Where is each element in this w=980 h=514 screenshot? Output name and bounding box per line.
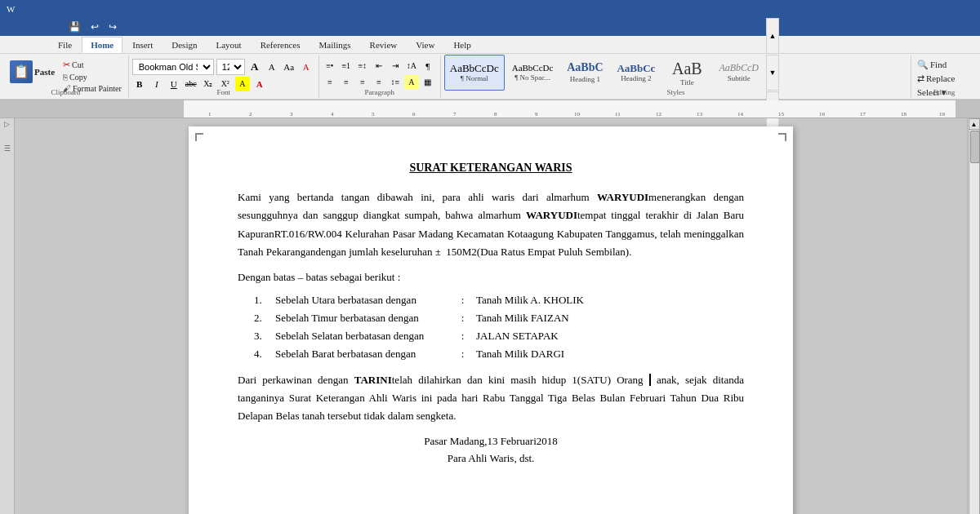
ruler-tick: 17: [860, 112, 866, 117]
sort-button[interactable]: ↕A: [404, 59, 419, 73]
para-row1: ≡• ≡1 ≡↕ ⇤ ⇥ ↕A ¶: [323, 59, 435, 73]
ruler-tick: 12: [656, 112, 662, 117]
document-area[interactable]: SURAT KETERANGAN WARIS Kami yang bertand…: [15, 118, 967, 514]
style-nospace-label: ¶ No Spac...: [514, 73, 550, 82]
paste-button[interactable]: 📋 Paste: [7, 59, 58, 85]
tab-file[interactable]: File: [49, 37, 81, 53]
batas-val-3: JALAN SETAPAK: [476, 327, 559, 345]
style-h2-text: AaBbCc: [617, 62, 655, 75]
batas-desc-2: Sebelah Timur berbatasan dengan: [275, 309, 447, 327]
show-marks-button[interactable]: ¶: [421, 59, 435, 73]
style-subtitle-text: AaBbCcD: [719, 62, 759, 73]
app-title: W: [7, 4, 15, 14]
tab-insert[interactable]: Insert: [123, 37, 162, 53]
style-subtitle-button[interactable]: AaBbCcD Subtitle: [713, 55, 764, 91]
style-h1-button[interactable]: AaBbC Heading 1: [560, 55, 609, 91]
left-sidebar: ▷ ☰: [0, 118, 15, 514]
sidebar-icon-1: ▷: [4, 120, 10, 128]
font-group-label: Font: [129, 88, 318, 96]
scrollbar-up-button[interactable]: ▲: [969, 118, 980, 130]
bullet-list-button[interactable]: ≡•: [323, 59, 337, 73]
tab-help[interactable]: Help: [444, 37, 479, 53]
find-button[interactable]: 🔍 Find: [915, 59, 972, 71]
text-color-icon: A: [299, 60, 314, 74]
toolbar-row: 📋 Paste ✂ Cut ⎘ Copy 🖌 Format Painter: [0, 54, 980, 100]
ruler-tick: 19: [939, 112, 945, 117]
change-case-button[interactable]: Aa: [282, 60, 296, 74]
ribbon-tabs: File Home Insert Design Layout Reference…: [0, 36, 980, 54]
styles-scroll-up[interactable]: ▲: [766, 18, 779, 54]
clipboard-group-label: Clipboard: [3, 88, 128, 96]
tab-references[interactable]: References: [252, 37, 310, 53]
style-title-text: AaB: [672, 59, 702, 78]
main-area: ▷ ☰ SURAT KETERANGAN WARIS Kami yang ber…: [0, 118, 980, 514]
page-marker-top-right: [778, 133, 786, 141]
replace-button[interactable]: ⇄ Replace: [915, 73, 972, 85]
clipboard-group: 📋 Paste ✂ Cut ⎘ Copy 🖌 Format Painter: [3, 55, 129, 98]
ruler-tick: 6: [412, 112, 416, 117]
multilevel-list-button[interactable]: ≡↕: [355, 59, 370, 73]
tab-review[interactable]: Review: [361, 37, 407, 53]
ruler-tick: 15: [778, 112, 784, 117]
font-group: Bookman Old Style 12 A A Aa A B I U abc …: [129, 55, 319, 98]
paragraph-group: ≡• ≡1 ≡↕ ⇤ ⇥ ↕A ¶ ≡ ≡ ≡ ≡ ↕≡ A ▦ Paragra…: [319, 55, 441, 98]
ruler-tick: 18: [901, 112, 906, 117]
font-size-select[interactable]: 12: [216, 59, 245, 75]
batas-num-3: 3.: [254, 327, 269, 345]
save-button[interactable]: 💾: [65, 20, 84, 35]
batas-colon-4: :: [453, 345, 470, 363]
batas-list: 1. Sebelah Utara berbatasan dengan : Tan…: [254, 291, 744, 363]
style-title-button[interactable]: AaB Title: [662, 55, 711, 91]
cut-button[interactable]: ✂ Cut: [61, 59, 123, 71]
tab-layout[interactable]: Layout: [207, 37, 250, 53]
paste-label: Paste: [34, 67, 55, 77]
style-normal-button[interactable]: AaBbCcDc ¶ Normal: [444, 55, 505, 91]
styles-group-label: Styles: [441, 88, 911, 96]
scrollbar-track[interactable]: [969, 130, 980, 514]
cut-label: Cut: [72, 60, 83, 69]
font-grow-button[interactable]: A: [247, 60, 262, 74]
batas-val-4: Tanah Milik DARGI: [476, 345, 564, 363]
cursor: [644, 374, 651, 386]
document-title: SURAT KETERANGAN WARIS: [238, 159, 744, 177]
copy-button[interactable]: ⎘ Copy: [61, 72, 123, 82]
increase-indent-button[interactable]: ⇥: [388, 59, 403, 73]
numbered-list-button[interactable]: ≡1: [339, 59, 354, 73]
page-marker-top-left: [195, 133, 203, 141]
cut-icon: ✂: [63, 60, 70, 70]
batas-item-4: 4. Sebelah Barat berbatasan dengan : Tan…: [254, 345, 744, 363]
tab-mailings[interactable]: Mailings: [310, 37, 359, 53]
ruler-tick: 4: [331, 112, 334, 117]
decrease-indent-button[interactable]: ⇤: [372, 59, 386, 73]
paragraph-group-label: Paragraph: [319, 88, 440, 96]
batas-colon-3: :: [453, 327, 470, 345]
style-h2-button[interactable]: AaBbCc Heading 2: [611, 55, 661, 91]
undo-button[interactable]: ↩: [87, 20, 102, 35]
batas-desc-4: Sebelah Barat berbatasan dengan: [275, 345, 447, 363]
quick-access-toolbar: 💾 ↩ ↪: [0, 18, 980, 36]
batas-val-1: Tanah Milik A. KHOLIK: [476, 291, 584, 309]
font-name-select[interactable]: Bookman Old Style: [132, 59, 214, 75]
replace-icon: ⇄: [917, 73, 924, 84]
tab-view[interactable]: View: [407, 37, 443, 53]
tab-design[interactable]: Design: [163, 37, 206, 53]
ruler-tick: 9: [535, 112, 538, 117]
ruler-tick: 1: [208, 112, 212, 117]
paste-icon: 📋: [10, 60, 33, 83]
style-subtitle-label: Subtitle: [728, 74, 751, 82]
copy-label: Copy: [69, 73, 87, 82]
tab-home[interactable]: Home: [82, 37, 122, 53]
ruler-tick: 5: [372, 112, 375, 117]
editing-group-label: Editing: [911, 88, 977, 96]
sidebar-icon-2: ☰: [4, 144, 11, 153]
style-nospace-button[interactable]: AaBbCcDc ¶ No Spac...: [506, 55, 559, 91]
batas-num-2: 2.: [254, 309, 269, 327]
batas-item-3: 3. Sebelah Selatan berbatasan dengan : J…: [254, 327, 744, 345]
font-row1: Bookman Old Style 12 A A Aa A: [132, 59, 314, 75]
redo-button[interactable]: ↪: [105, 20, 120, 35]
font-shrink-button[interactable]: A: [265, 60, 279, 74]
scrollbar-thumb[interactable]: [970, 131, 980, 163]
title-bar: W: [0, 0, 980, 18]
replace-label: Replace: [926, 73, 955, 83]
styles-scroll-down[interactable]: ▼: [766, 55, 779, 91]
